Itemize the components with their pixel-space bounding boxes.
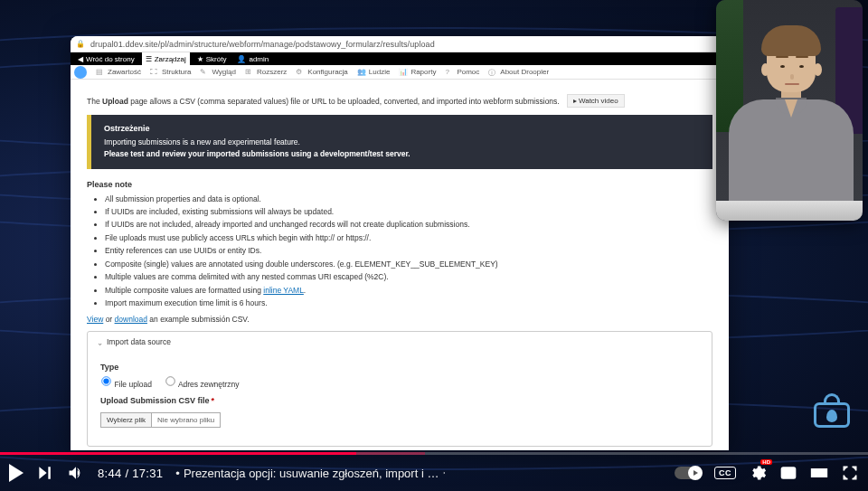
warning-box: Ostrzeżenie Importing submissions is a n… bbox=[87, 115, 712, 169]
svg-rect-1 bbox=[788, 473, 794, 477]
list-item: If UUIDs are included, existing submissi… bbox=[105, 205, 712, 218]
svg-rect-2 bbox=[812, 469, 827, 477]
warning-title: Ostrzeżenie bbox=[104, 124, 700, 133]
list-item: If UUIDs are not included, already impor… bbox=[105, 218, 712, 231]
subtitles-button[interactable]: CC bbox=[714, 467, 736, 479]
admin-toolbar-top: ◀ Wróć do strony ☰ Zarządzaj ★ Skróty 👤 … bbox=[71, 52, 729, 65]
menu-config[interactable]: ⚙Konfiguracja bbox=[292, 68, 351, 77]
menu-about-droopler[interactable]: ⓘAbout Droopler bbox=[485, 68, 552, 77]
settings-button[interactable]: HD bbox=[749, 464, 767, 482]
details-summary[interactable]: Import data source bbox=[88, 332, 712, 352]
view-download-line: View or download an example submissión C… bbox=[87, 315, 712, 324]
view-link[interactable]: View bbox=[87, 315, 103, 324]
page-description: The Upload page allows a CSV (comma sepa… bbox=[87, 94, 712, 108]
next-button[interactable] bbox=[36, 464, 54, 482]
menu-reports[interactable]: 📊Raporty bbox=[395, 68, 439, 77]
notes-section: Please note All submission properties an… bbox=[87, 180, 712, 310]
lock-icon: 🔒 bbox=[76, 40, 85, 48]
manage-toggle[interactable]: ☰ Zarządzaj bbox=[142, 52, 190, 65]
user-menu[interactable]: 👤 admin bbox=[233, 55, 272, 63]
notes-list: All submission properties and data is op… bbox=[87, 193, 712, 310]
drupal-admin-window: 🔒 drupal01.ddev.site/pl/admin/structure/… bbox=[71, 36, 729, 450]
upload-file-label: Upload Submission CSV file* bbox=[100, 396, 699, 405]
list-item: Import maximum execution time limit is 6… bbox=[105, 297, 712, 309]
fullscreen-button[interactable] bbox=[841, 464, 859, 482]
miniplayer-button[interactable] bbox=[779, 464, 797, 482]
admin-menu: ▤Zawartość ⛶Struktura ✎Wygląd ⊞Rozszerz … bbox=[71, 65, 729, 80]
volume-button[interactable] bbox=[67, 464, 85, 482]
menu-people[interactable]: 👥Ludzie bbox=[354, 68, 394, 77]
back-to-site-link[interactable]: ◀ Wróć do strony bbox=[74, 55, 138, 63]
autoplay-toggle[interactable] bbox=[675, 467, 702, 479]
shortcuts-link[interactable]: ★ Skróty bbox=[193, 55, 231, 63]
menu-help[interactable]: ?Pomoc bbox=[441, 68, 483, 77]
list-item: File uploads must use publicly access UR… bbox=[105, 231, 712, 244]
play-button[interactable] bbox=[9, 464, 24, 482]
radio-external-address[interactable]: Adres zewnętrzny bbox=[165, 375, 239, 389]
channel-watermark-icon bbox=[814, 397, 850, 428]
list-item: Composite (single) values are annotated … bbox=[105, 258, 712, 270]
theater-mode-button[interactable] bbox=[810, 464, 828, 482]
menu-structure[interactable]: ⛶Struktura bbox=[146, 68, 194, 77]
presenter-webcam bbox=[716, 0, 863, 221]
notes-heading: Please note bbox=[87, 180, 712, 189]
drupal-logo-icon[interactable] bbox=[74, 66, 87, 79]
list-item: Entity references can use UUIDs or entit… bbox=[105, 244, 712, 257]
chapter-title[interactable]: • Prezentacja opcji: usuwanie zgłoszeń, … bbox=[175, 467, 447, 480]
import-data-source-panel: Import data source Type File upload Adre… bbox=[87, 331, 712, 447]
menu-extend[interactable]: ⊞Rozszerz bbox=[241, 68, 290, 77]
watch-video-button[interactable]: ▸ Watch video bbox=[567, 94, 625, 108]
hd-badge: HD bbox=[760, 459, 772, 465]
time-display: 8:44 / 17:31 bbox=[98, 467, 163, 480]
chevron-right-icon bbox=[442, 467, 447, 479]
menu-appearance[interactable]: ✎Wygląd bbox=[196, 68, 240, 77]
video-controls: 8:44 / 17:31 • Prezentacja opcji: usuwan… bbox=[0, 455, 868, 491]
page-content: The Upload page allows a CSV (comma sepa… bbox=[71, 80, 729, 447]
browser-url-bar: 🔒 drupal01.ddev.site/pl/admin/structure/… bbox=[71, 36, 729, 52]
list-item: All submission properties and data is op… bbox=[105, 193, 712, 205]
menu-content[interactable]: ▤Zawartość bbox=[92, 68, 145, 77]
inline-yaml-link[interactable]: inline YAML bbox=[263, 286, 304, 295]
list-item: Multiple composite values are formatted … bbox=[105, 284, 712, 297]
type-label: Type bbox=[100, 363, 699, 372]
list-item: Multiple values are comma delimited with… bbox=[105, 270, 712, 283]
download-link[interactable]: download bbox=[115, 315, 147, 324]
radio-file-upload[interactable]: File upload bbox=[100, 375, 152, 389]
file-chooser[interactable]: Wybierz plik Nie wybrano pliku bbox=[100, 412, 221, 428]
url-text: drupal01.ddev.site/pl/admin/structure/we… bbox=[90, 40, 435, 49]
